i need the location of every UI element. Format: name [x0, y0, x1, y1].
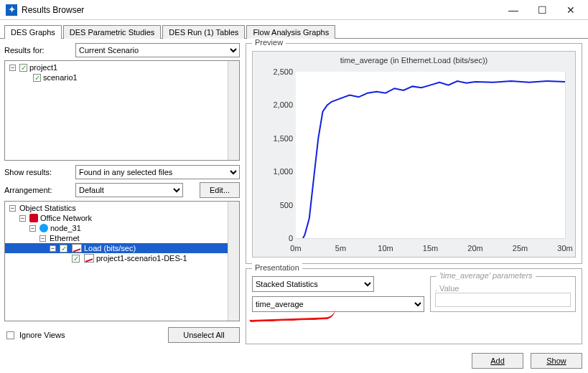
x-tick-label: 5m	[335, 244, 346, 252]
tree-label: Ethernet	[50, 234, 80, 242]
params-legend: 'time_average' parameters	[437, 271, 536, 280]
x-tick-label: 15m	[423, 244, 438, 252]
add-button[interactable]: Add	[472, 353, 523, 369]
checkbox-icon[interactable]: ✓	[72, 255, 80, 263]
chart-area: time_average (in Ethernet.Load (bits/sec…	[252, 51, 576, 258]
checkbox-icon[interactable]: ✓	[33, 74, 41, 82]
y-tick-label: 2,000	[273, 100, 293, 109]
tab-des-graphs[interactable]: DES Graphs	[4, 25, 62, 39]
app-icon: ✦	[6, 4, 17, 16]
window-title: Results Browser	[22, 5, 499, 15]
tree-label: scenario1	[43, 73, 78, 82]
arrangement-label: Arrangement:	[4, 186, 73, 194]
tree-label: Office Network	[40, 214, 92, 222]
scrollbar[interactable]	[228, 202, 239, 321]
x-tick-label: 20m	[467, 244, 482, 252]
ignore-views-checkbox[interactable]: ✓	[6, 331, 14, 339]
tree-label: Load (bits/sec)	[84, 244, 136, 252]
y-tick-label: 500	[280, 201, 293, 209]
x-tick-label: 25m	[513, 244, 528, 252]
tree-label: project1	[29, 63, 57, 72]
show-button[interactable]: Show	[531, 353, 582, 369]
show-results-label: Show results:	[4, 168, 73, 176]
minimize-button[interactable]: —	[499, 1, 528, 19]
tab-bar: DES Graphs DES Parametric Studies DES Ru…	[0, 20, 588, 39]
results-for-select[interactable]: Current Scenario	[75, 43, 240, 57]
close-button[interactable]: ✕	[556, 1, 585, 19]
tree-project-row[interactable]: − ✓ project1	[5, 62, 239, 72]
chart-title: time_average (in Ethernet.Load (bits/sec…	[253, 56, 575, 65]
title-bar: ✦ Results Browser — ☐ ✕	[0, 0, 588, 20]
tree-row[interactable]: − Office Network	[5, 213, 239, 223]
param-value-input[interactable]	[435, 293, 571, 307]
scenario-tree[interactable]: − ✓ project1 ✓ scenario1	[4, 60, 240, 161]
y-tick-label: 0	[289, 234, 293, 242]
edit-button[interactable]: Edit...	[200, 182, 240, 198]
presentation-legend: Presentation	[252, 263, 302, 272]
left-panel: Results for: Current Scenario − ✓ projec…	[0, 39, 244, 373]
chart-svg	[296, 72, 565, 238]
tree-row-selected[interactable]: − ✓ Load (bits/sec)	[5, 243, 239, 253]
arrangement-select[interactable]: Default	[75, 183, 183, 197]
plot-region	[296, 72, 565, 238]
results-for-label: Results for:	[4, 46, 73, 55]
y-tick-label: 2,500	[273, 67, 293, 76]
ignore-views-label: Ignore Views	[19, 331, 65, 339]
maximize-button[interactable]: ☐	[528, 1, 556, 19]
expand-icon[interactable]: −	[39, 235, 46, 242]
checkbox-icon[interactable]: ✓	[60, 245, 67, 252]
stat-icon	[72, 244, 82, 252]
expand-icon[interactable]: −	[9, 65, 16, 71]
show-results-select[interactable]: Found in any selected files	[75, 165, 240, 179]
x-tick-label: 30m	[557, 244, 572, 252]
node-icon	[39, 224, 48, 232]
tree-row[interactable]: − node_31	[5, 223, 239, 233]
tab-des-parametric[interactable]: DES Parametric Studies	[63, 25, 162, 39]
tree-label: project1-scenario1-DES-1	[96, 254, 187, 263]
expand-icon[interactable]: −	[19, 215, 26, 222]
preview-group: Preview time_average (in Ethernet.Load (…	[246, 43, 582, 264]
checkbox-icon[interactable]: ✓	[19, 64, 27, 72]
tree-label: node_31	[50, 224, 81, 232]
y-tick-label: 1,500	[273, 134, 293, 143]
x-tick-label: 10m	[378, 244, 393, 252]
tree-row[interactable]: − Object Statistics	[5, 203, 239, 213]
statistics-tree[interactable]: − Object Statistics − Office Network − n…	[4, 201, 240, 321]
y-tick-label: 1,000	[273, 167, 293, 176]
preview-legend: Preview	[252, 38, 286, 47]
tab-flow-analysis[interactable]: Flow Analysis Graphs	[246, 25, 335, 39]
tree-label: Object Statistics	[19, 204, 76, 212]
unselect-all-button[interactable]: Unselect All	[168, 327, 240, 343]
tree-row[interactable]: ✓ project1-scenario1-DES-1	[5, 253, 239, 263]
stat-icon	[84, 254, 94, 263]
tree-scenario-row[interactable]: ✓ scenario1	[5, 72, 239, 82]
presentation-group: Presentation Stacked Statistics time_ave…	[246, 268, 582, 344]
x-tick-label: 0m	[290, 244, 301, 252]
param-label: . Value	[435, 284, 571, 293]
network-icon	[29, 214, 38, 222]
scrollbar[interactable]	[228, 61, 239, 160]
annotation-mark	[249, 306, 336, 322]
expand-icon[interactable]: −	[29, 225, 36, 232]
params-group: 'time_average' parameters . Value	[430, 276, 576, 312]
chart-line	[303, 81, 565, 238]
right-panel: Preview time_average (in Ethernet.Load (…	[244, 39, 588, 373]
expand-icon[interactable]: −	[9, 205, 16, 212]
tab-des-run-tables[interactable]: DES Run (1) Tables	[162, 25, 245, 39]
presentation-mode-select[interactable]: Stacked Statistics	[252, 276, 374, 292]
expand-icon[interactable]: −	[50, 245, 56, 252]
tree-row[interactable]: − Ethernet	[5, 233, 239, 243]
